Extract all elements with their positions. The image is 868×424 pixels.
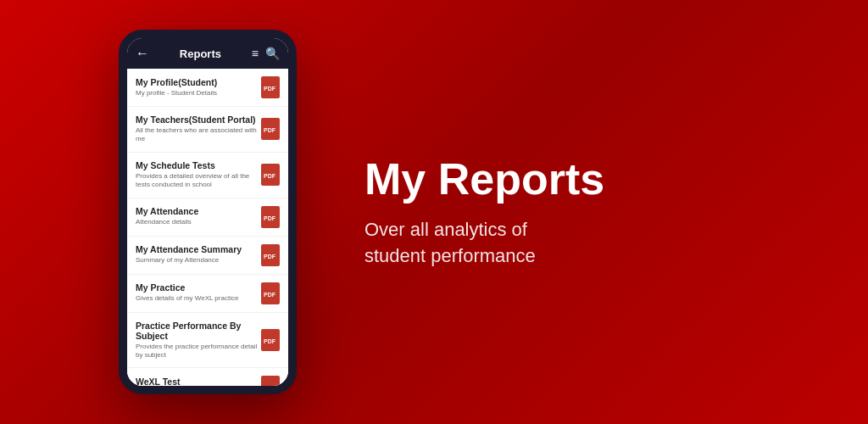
report-title: Practice Performance By Subject bbox=[136, 321, 261, 341]
report-title: My Practice bbox=[136, 282, 261, 293]
report-desc: Attendance details bbox=[136, 218, 261, 226]
report-desc: My profile - Student Details bbox=[136, 89, 261, 98]
pdf-icon: PDF bbox=[261, 244, 280, 266]
main-title: My Reports bbox=[364, 155, 604, 204]
report-desc: Gives details of my WeXL practice bbox=[136, 294, 261, 303]
report-item-my-attendance[interactable]: My Attendance Attendance details PDF bbox=[127, 198, 288, 237]
reports-list: My Profile(Student) My profile - Student… bbox=[127, 69, 288, 386]
pdf-icon: PDF bbox=[261, 76, 280, 98]
report-title: My Attendance bbox=[136, 206, 261, 216]
svg-text:PDF: PDF bbox=[264, 385, 276, 386]
report-title: My Teachers(Student Portal) bbox=[136, 114, 261, 125]
report-item[interactable]: My Profile(Student) My profile - Student… bbox=[127, 69, 288, 107]
svg-text:PDF: PDF bbox=[264, 215, 276, 221]
right-text-section: My Reports Over all analytics of student… bbox=[297, 155, 800, 270]
report-item[interactable]: My Teachers(Student Portal) All the teac… bbox=[127, 107, 288, 153]
pdf-icon: PDF bbox=[261, 118, 280, 140]
main-container: ← Reports ≡ 🔍 My Profile(Student) My pro… bbox=[0, 0, 868, 424]
sub-title: Over all analytics of student performanc… bbox=[364, 217, 536, 270]
report-desc: Provides a detailed overview of all the … bbox=[136, 172, 261, 190]
svg-text:PDF: PDF bbox=[264, 173, 276, 179]
report-item[interactable]: Practice Performance By Subject Provides… bbox=[127, 313, 288, 369]
report-title: My Attendance Summary bbox=[136, 244, 261, 254]
report-item[interactable]: My Practice Gives details of my WeXL pra… bbox=[127, 275, 288, 313]
svg-text:PDF: PDF bbox=[264, 127, 276, 133]
svg-text:PDF: PDF bbox=[264, 292, 276, 298]
report-desc: Provides the practice performance detail… bbox=[136, 343, 261, 360]
back-arrow-icon[interactable]: ← bbox=[136, 46, 149, 61]
report-desc: Summary of my Attendance bbox=[136, 256, 261, 265]
report-item[interactable]: WeXL Test Provides detailed overview of … bbox=[127, 368, 288, 386]
svg-text:PDF: PDF bbox=[264, 86, 276, 92]
report-desc: All the teachers who are associated with… bbox=[136, 126, 261, 144]
svg-rect-14 bbox=[261, 376, 280, 386]
report-title: My Schedule Tests bbox=[136, 160, 261, 170]
header-icons: ≡ 🔍 bbox=[252, 47, 280, 60]
pdf-icon: PDF bbox=[261, 164, 280, 186]
report-item[interactable]: My Attendance Summary Summary of my Atte… bbox=[127, 237, 288, 275]
phone-mockup: ← Reports ≡ 🔍 My Profile(Student) My pro… bbox=[119, 30, 297, 394]
pdf-icon: PDF bbox=[261, 282, 280, 304]
pdf-icon: PDF bbox=[261, 329, 280, 351]
phone-header-title: Reports bbox=[180, 47, 221, 60]
search-icon[interactable]: 🔍 bbox=[265, 47, 280, 60]
pdf-icon: PDF bbox=[261, 376, 280, 386]
svg-text:PDF: PDF bbox=[264, 338, 276, 344]
pdf-icon: PDF bbox=[261, 206, 280, 228]
phone-header: ← Reports ≡ 🔍 bbox=[127, 38, 288, 69]
report-title: My Profile(Student) bbox=[136, 77, 261, 87]
report-title: WeXL Test bbox=[136, 377, 261, 386]
svg-text:PDF: PDF bbox=[264, 254, 276, 259]
filter-icon[interactable]: ≡ bbox=[252, 47, 259, 60]
report-item[interactable]: My Schedule Tests Provides a detailed ov… bbox=[127, 153, 288, 198]
